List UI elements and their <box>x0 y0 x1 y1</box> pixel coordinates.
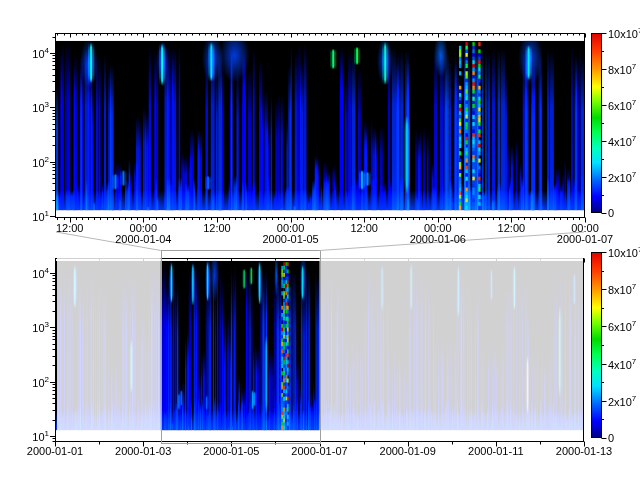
spectrogram-canvas[interactable] <box>0 0 640 480</box>
spectrogram-figure: 10110210310410110210310412:0000:002000-0… <box>0 0 640 480</box>
